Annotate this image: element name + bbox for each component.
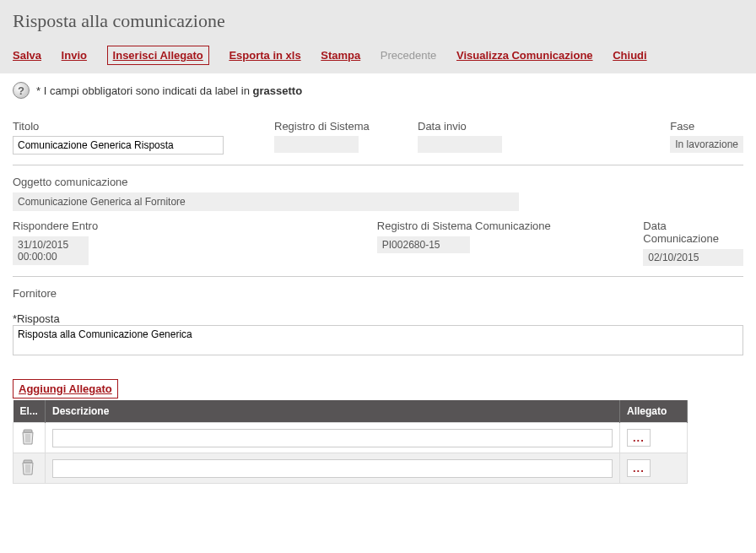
salva-link[interactable]: Salva (13, 49, 41, 62)
col-allegato: Allegato (620, 400, 688, 423)
data-invio-label: Data invio (418, 120, 544, 133)
oggetto-label: Oggetto comunicazione (13, 176, 743, 188)
info-text: * I campi obbligatori sono indicati da l… (36, 84, 302, 97)
registro-value (274, 136, 359, 153)
aggiungi-allegato-button[interactable]: Aggiungi Allegato (13, 379, 118, 398)
risposta-textarea[interactable]: Risposta alla Comunicazione Generica (13, 325, 743, 355)
inserisci-allegato-link[interactable]: Inserisci Allegato (107, 46, 209, 65)
fase-label: Fase (670, 120, 743, 133)
risposta-label-text: Risposta (17, 312, 60, 325)
trash-icon[interactable] (20, 458, 35, 475)
divider (13, 165, 743, 165)
rispondere-entro-value: 31/10/2015 00:00:00 (13, 236, 89, 265)
attachments-table: El... Descrizione Allegato ... (13, 400, 688, 484)
registro-com-value: PI002680-15 (377, 236, 470, 253)
descrizione-input[interactable] (52, 429, 613, 447)
rispondere-entro-label: Rispondere Entro (13, 220, 179, 232)
fase-value: In lavorazione (670, 136, 743, 153)
esporta-xls-link[interactable]: Esporta in xls (229, 49, 300, 62)
info-text-prefix: * I campi obbligatori sono indicati da l… (36, 84, 253, 97)
svg-rect-4 (24, 460, 32, 463)
browse-button[interactable]: ... (627, 459, 651, 477)
table-row: ... (14, 423, 688, 453)
registro-label: Registro di Sistema (274, 120, 401, 133)
chiudi-link[interactable]: Chiudi (613, 49, 646, 62)
registro-com-label: Registro di Sistema Comunicazione (377, 220, 609, 232)
col-descrizione: Descrizione (46, 400, 620, 423)
oggetto-value: Comunicazione Generica al Fornitore (13, 192, 519, 211)
divider (13, 276, 743, 277)
info-text-bold: grassetto (253, 84, 303, 97)
descrizione-input[interactable] (52, 459, 613, 478)
svg-rect-0 (24, 430, 32, 432)
titolo-input[interactable] (13, 136, 224, 155)
invio-link[interactable]: Invio (62, 49, 87, 62)
toolbar: Salva Invio Inserisci Allegato Esporta i… (0, 39, 756, 73)
browse-button[interactable]: ... (627, 429, 651, 447)
precedente-link: Precedente (381, 49, 437, 62)
visualizza-comunicazione-link[interactable]: Visualizza Comunicazione (456, 49, 593, 62)
help-icon[interactable]: ? (13, 82, 30, 99)
fornitore-label: Fornitore (13, 287, 743, 300)
data-invio-value (418, 136, 502, 153)
page-title: Risposta alla comunicazione (13, 10, 743, 32)
data-com-label: Data Comunicazione (643, 220, 743, 245)
table-row: ... (14, 453, 688, 484)
info-row: ? * I campi obbligatori sono indicati da… (13, 82, 743, 99)
risposta-label: *Risposta (13, 312, 60, 325)
stampa-link[interactable]: Stampa (321, 49, 360, 62)
data-com-value: 02/10/2015 (643, 249, 743, 266)
trash-icon[interactable] (20, 428, 35, 445)
titolo-label: Titolo (13, 120, 224, 133)
col-elimina: El... (14, 400, 46, 423)
